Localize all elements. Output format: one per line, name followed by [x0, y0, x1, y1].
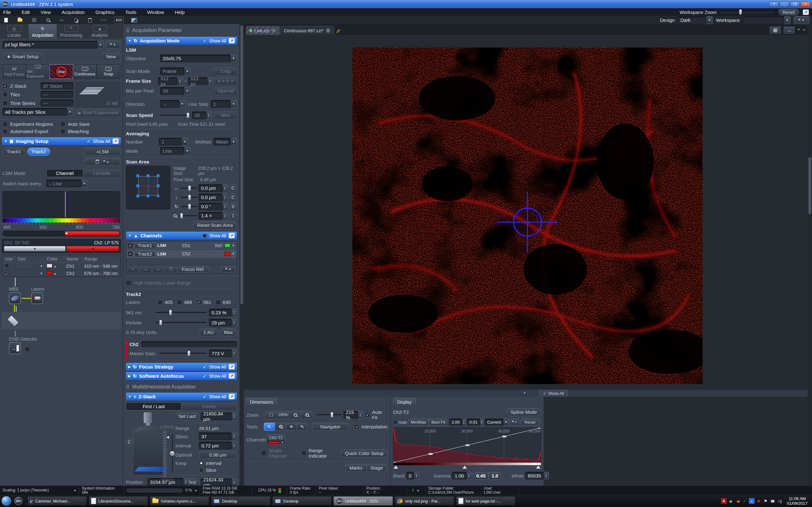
zstack-ruler[interactable]	[163, 431, 166, 478]
zstack-marker[interactable]: ◀	[166, 435, 169, 439]
zoom-slider[interactable]	[317, 414, 342, 415]
ch2-band[interactable]: ▼	[67, 246, 119, 251]
taskbar-button-zen-active[interactable]: ZENUntitled499 - ZEN...	[334, 496, 393, 506]
gamma-input[interactable]: 1.00▲▼	[452, 472, 472, 480]
collapse-icon[interactable]: ▼	[4, 139, 7, 143]
laser-power-slider[interactable]	[156, 312, 206, 313]
keep-slice-radio[interactable]	[199, 468, 204, 472]
progress-expand-icon[interactable]: ▲	[194, 488, 197, 493]
zstack-header[interactable]: ▼≡ Z-Stack ✓Show All↗	[126, 393, 237, 400]
close-button[interactable]: ×	[801, 2, 810, 7]
ch1-band[interactable]: ▼	[4, 246, 65, 251]
zoom-fit-button[interactable]	[265, 411, 277, 419]
pinhole-max-button[interactable]: Max	[220, 328, 237, 336]
menu-view[interactable]: View	[41, 9, 51, 15]
frame-height-input[interactable]: 512 px▲▼	[188, 77, 213, 85]
smart-setup-button[interactable]: ★ Smart Setup	[3, 53, 43, 60]
add-channel-button[interactable]: +	[152, 266, 164, 273]
continuous-button[interactable]: Continuous	[73, 64, 97, 79]
laser-power-input[interactable]: 0.23 %▲▼	[209, 308, 237, 316]
tray-app-icon[interactable]: ◆	[728, 498, 734, 504]
ch1-use-checkbox[interactable]	[5, 264, 9, 268]
rotation-zero-button[interactable]: 0	[229, 203, 237, 210]
track2-color-swatch[interactable]	[224, 252, 230, 256]
reset-scan-area-button[interactable]: Reset Scan Area	[193, 221, 237, 229]
navigator-button[interactable]: Navigator	[312, 423, 349, 431]
laser-488-checkbox[interactable]	[177, 300, 182, 305]
best-fit-button[interactable]: Best Fit	[429, 418, 448, 426]
stage-button[interactable]: Stage	[366, 464, 387, 472]
bits-select[interactable]: 16▼	[160, 87, 191, 95]
maximize-button[interactable]: ❐	[790, 2, 800, 7]
crop-button[interactable]: Crop	[214, 67, 237, 75]
range-indicator-checkbox[interactable]	[301, 451, 306, 456]
switch-track-select[interactable]: – Line▼	[46, 180, 88, 187]
display-gear-button[interactable]: *▼	[510, 418, 519, 426]
stop-button[interactable]: Stop	[49, 64, 73, 79]
tab-processing[interactable]: *Processing	[57, 24, 86, 39]
zoom-one-button[interactable]: 1	[229, 212, 237, 220]
white-input[interactable]: 65535▲▼	[525, 472, 549, 480]
best-fit-high-input[interactable]: 0.01▲▼	[467, 418, 484, 426]
zoom-in-button[interactable]: +	[300, 411, 312, 419]
tray-drive-icon[interactable]: ✓	[742, 498, 748, 504]
ruler-boxed-icon[interactable]	[114, 17, 124, 24]
view-more-icon[interactable]: ▼	[803, 29, 806, 32]
best-fit-low-input[interactable]: 2.00▲▼	[449, 418, 466, 426]
ch1-dye-select[interactable]: ▼	[15, 265, 44, 268]
show-all-toggle[interactable]: Show All	[209, 38, 226, 43]
rotation-input[interactable]: 0.0 °▲▼	[199, 203, 228, 210]
track2-button[interactable]: Track2	[27, 148, 50, 156]
image-tool-icon[interactable]	[131, 17, 138, 23]
lsm-mode-channel-button[interactable]: Channel	[46, 169, 84, 177]
auto-fit-checkbox[interactable]	[365, 412, 370, 417]
track2-row[interactable]: Track2 LSM Ch2 ▼	[126, 250, 237, 258]
scan-mode-select[interactable]: Frame▼	[160, 67, 191, 75]
info-icon[interactable]: i	[412, 488, 413, 493]
micrograph[interactable]	[352, 48, 703, 384]
pointer-tool-button[interactable]: ↖	[264, 423, 275, 431]
track1-button[interactable]: Track1	[3, 148, 26, 156]
workspace-gear-button[interactable]: * ▼	[794, 16, 809, 24]
offset-y-center-button[interactable]: C	[229, 193, 237, 201]
find-focus-button[interactable]: AFFind Focus	[3, 64, 26, 79]
tab-locate[interactable]: ◎Locate	[0, 24, 29, 39]
pan-tool-button[interactable]: ✦	[286, 423, 297, 431]
popout-icon[interactable]: ↗	[113, 138, 119, 144]
automated-export-checkbox[interactable]	[3, 129, 8, 134]
workspace-popout-icon[interactable]: ↗	[803, 9, 809, 15]
viewer-scrollbar[interactable]	[808, 24, 812, 486]
level-markers[interactable]	[393, 465, 541, 471]
image-canvas[interactable]	[244, 35, 808, 390]
zoom-100-button[interactable]: 100%	[277, 411, 289, 419]
taskbar-button-shares[interactable]: \\shares.nyumc.o...	[150, 496, 209, 506]
taskbar-button-desktop1[interactable]: Desktop	[211, 496, 270, 506]
scan-speed-slider[interactable]	[160, 115, 189, 116]
black-marker[interactable]	[394, 465, 398, 469]
viewer-show-all-toggle[interactable]: ✓Show All	[539, 390, 568, 397]
ch2-color-swatch[interactable]	[47, 271, 52, 275]
channel-toggle-button[interactable]: Ch2-T2 ▼	[266, 435, 286, 445]
lsm-mode-lambda-button[interactable]: Lambda	[84, 169, 120, 177]
panel-scrollbar[interactable]	[240, 24, 244, 486]
time-series-checkbox[interactable]	[3, 101, 8, 106]
set-first-input[interactable]: 21624.33 µm▲▼	[201, 478, 237, 486]
averaging-method-select[interactable]: Mean▼	[213, 138, 237, 146]
grip-icon[interactable]: ⠿	[126, 27, 130, 34]
channel-row-ch2[interactable]: ▼ ▼ Ch2 576 nm - 700 nm	[2, 270, 120, 277]
menu-tools[interactable]: Tools	[125, 9, 136, 15]
new-button[interactable]: New	[102, 53, 120, 60]
current-select[interactable]: Current▼	[485, 418, 509, 426]
tray-settings-icon[interactable]: ⌁	[749, 498, 755, 504]
offset-y-input[interactable]: 0.0 µm▲▼	[199, 193, 228, 201]
white-marker[interactable]	[536, 465, 541, 469]
experiment-options-button[interactable]: * ▼	[106, 41, 120, 49]
optimal-interval-button[interactable]: 0.96 µm	[199, 451, 237, 459]
move-up-button[interactable]: ▲	[140, 266, 152, 273]
experiment-regions-checkbox[interactable]	[3, 122, 8, 127]
tray-network-icon[interactable]	[770, 498, 775, 504]
menu-help[interactable]: Help	[175, 9, 185, 15]
frame-width-input[interactable]: 512 px▲▼	[158, 77, 183, 85]
delete-track-icon[interactable]	[96, 160, 99, 164]
show-all-toggle[interactable]: Show All	[93, 139, 110, 144]
